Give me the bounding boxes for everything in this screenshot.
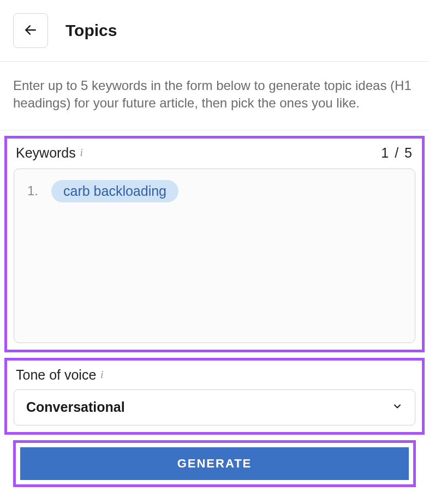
keywords-panel: Keywords i 1 / 5 1. carb backloading bbox=[4, 136, 425, 352]
keywords-label: Keywords bbox=[16, 145, 76, 161]
keywords-counter: 1 / 5 bbox=[381, 145, 413, 161]
generate-panel: GENERATE bbox=[13, 440, 416, 487]
tone-header: Tone of voice i bbox=[14, 366, 415, 383]
tone-selected-value: Conversational bbox=[26, 399, 125, 415]
info-icon[interactable]: i bbox=[80, 148, 83, 158]
generate-button[interactable]: GENERATE bbox=[20, 447, 409, 480]
instruction-text: Enter up to 5 keywords in the form below… bbox=[0, 62, 429, 130]
page-title: Topics bbox=[65, 21, 117, 40]
form-area: Keywords i 1 / 5 1. carb backloading Ton… bbox=[0, 130, 429, 493]
chevron-down-icon bbox=[392, 401, 403, 414]
keywords-label-wrap: Keywords i bbox=[16, 145, 83, 161]
arrow-left-icon bbox=[23, 23, 38, 39]
tone-label-wrap: Tone of voice i bbox=[16, 367, 103, 383]
keyword-row: 1. carb backloading bbox=[27, 180, 402, 202]
keyword-chip[interactable]: carb backloading bbox=[51, 180, 178, 202]
info-icon[interactable]: i bbox=[100, 370, 103, 380]
back-button[interactable] bbox=[13, 13, 48, 48]
keywords-header: Keywords i 1 / 5 bbox=[14, 144, 415, 161]
page-header: Topics bbox=[0, 0, 429, 62]
keywords-input-box[interactable]: 1. carb backloading bbox=[14, 169, 415, 343]
keyword-number: 1. bbox=[27, 183, 43, 199]
tone-select[interactable]: Conversational bbox=[14, 389, 415, 425]
tone-panel: Tone of voice i Conversational bbox=[4, 358, 425, 435]
tone-label: Tone of voice bbox=[16, 367, 96, 383]
